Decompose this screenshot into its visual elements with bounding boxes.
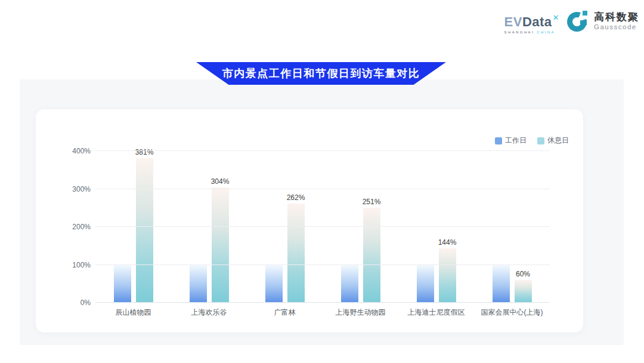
evdata-subtext-china: CHINA: [537, 30, 555, 34]
x-axis: 辰山植物园上海欢乐谷广富林上海野生动物园上海迪士尼度假区国家会展中心(上海): [95, 307, 550, 318]
y-axis: 0%100%200%300%400%: [36, 151, 91, 303]
legend-item-workday[interactable]: 工作日: [495, 136, 527, 146]
y-tick-label: 400%: [72, 147, 91, 155]
legend-swatch-restday: [537, 137, 544, 144]
bar-restday-2[interactable]: 304%: [212, 187, 229, 303]
bar-value-label: 60%: [516, 270, 530, 278]
g-bar-shape: [580, 20, 587, 25]
bar-value-label: 251%: [363, 198, 381, 206]
chart-card: 工作日 休息日 0%100%200%300%400% 381%304%262%2…: [36, 109, 583, 333]
gridline: [95, 226, 550, 227]
title-banner: 市内景点工作日和节假日到访车量对比: [196, 62, 446, 85]
x-tick-label: 上海迪士尼度假区: [398, 307, 474, 318]
gausscode-name-cn: 高科数聚: [594, 11, 639, 23]
evdata-wordmark: EVData✕: [504, 14, 559, 29]
header-logos: EVData✕ SHANGHAI CHINA 高科数聚 Gausscode: [504, 10, 639, 34]
bar-workday-6[interactable]: [493, 265, 510, 303]
x-tick-label: 上海野生动物园: [323, 307, 398, 318]
y-tick-label: 200%: [72, 223, 91, 231]
gausscode-logo: 高科数聚 Gausscode: [567, 10, 639, 33]
g-square-shape: [583, 11, 587, 16]
bar-workday-1[interactable]: [114, 265, 131, 303]
evdata-subtext-shanghai: SHANGHAI: [504, 30, 537, 34]
bar-workday-2[interactable]: [190, 265, 207, 303]
y-tick-label: 0%: [80, 299, 91, 307]
bar-value-label: 381%: [135, 148, 154, 156]
bar-restday-4[interactable]: 251%: [363, 208, 380, 303]
gausscode-g-icon: [567, 10, 590, 33]
bar-workday-4[interactable]: [341, 265, 358, 303]
legend-label-restday: 休息日: [547, 136, 569, 146]
bar-restday-6[interactable]: 60%: [515, 280, 532, 303]
bar-restday-3[interactable]: 262%: [287, 204, 305, 303]
bar-value-label: 144%: [438, 238, 457, 247]
gridline: [95, 150, 550, 151]
gridline: [95, 189, 550, 189]
chart-legend: 工作日 休息日: [495, 136, 569, 146]
bar-group: 251%: [323, 151, 398, 303]
evdata-x-icon: ✕: [553, 13, 559, 22]
x-tick-label: 辰山植物园: [95, 307, 171, 318]
bar-restday-1[interactable]: 381%: [136, 158, 153, 303]
bar-value-label: 304%: [211, 177, 230, 186]
y-tick-label: 300%: [72, 185, 91, 193]
gridline: [95, 264, 550, 265]
evdata-subtext: SHANGHAI CHINA: [504, 30, 559, 34]
evdata-logo: EVData✕ SHANGHAI CHINA: [504, 10, 559, 34]
bar-workday-5[interactable]: [417, 265, 434, 303]
gausscode-name-en: Gausscode: [594, 23, 639, 32]
x-tick-label: 广富林: [247, 307, 323, 318]
bar-groups: 381%304%262%251%144%60%: [95, 151, 550, 303]
bar-group: 144%: [398, 151, 474, 303]
x-tick-label: 上海欢乐谷: [171, 307, 247, 318]
bar-group: 60%: [474, 151, 550, 303]
legend-swatch-workday: [495, 137, 502, 144]
content-panel: 工作日 休息日 0%100%200%300%400% 381%304%262%2…: [20, 79, 624, 345]
page-title: 市内景点工作日和节假日到访车量对比: [222, 66, 420, 81]
x-tick-label: 国家会展中心(上海): [474, 307, 550, 318]
bar-workday-3[interactable]: [265, 265, 283, 303]
legend-label-workday: 工作日: [505, 136, 527, 146]
bar-restday-5[interactable]: 144%: [439, 248, 456, 303]
bar-group: 262%: [247, 151, 323, 303]
legend-item-restday[interactable]: 休息日: [537, 136, 569, 146]
evdata-ev-text: EV: [504, 14, 522, 29]
y-tick-label: 100%: [72, 261, 91, 269]
bar-group: 304%: [171, 151, 247, 303]
evdata-data-text: Data: [522, 14, 552, 29]
gridline: [95, 302, 550, 303]
bar-group: 381%: [95, 151, 171, 303]
bar-value-label: 262%: [287, 193, 305, 202]
gausscode-wordmark: 高科数聚 Gausscode: [594, 11, 639, 32]
plot-area: 381%304%262%251%144%60%: [95, 151, 550, 303]
